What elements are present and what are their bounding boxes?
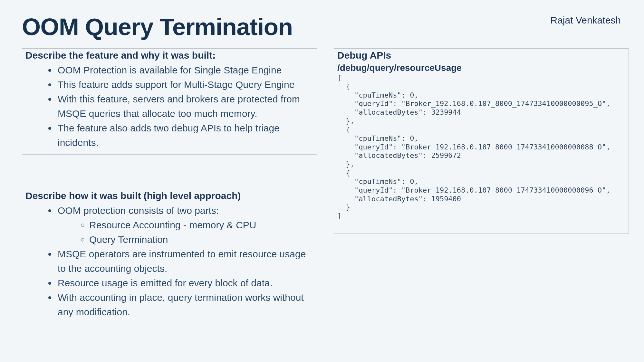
debug-panel: Debug APIs /debug/query/resourceUsage [ …: [334, 48, 629, 234]
author-name: Rajat Venkatesh: [551, 15, 621, 26]
list-item: Resource Accounting - memory & CPU: [89, 218, 313, 232]
list-item-text: OOM protection consists of two parts:: [58, 205, 219, 216]
list-item: OOM Protection is available for Single S…: [56, 63, 313, 77]
list-item: Query Termination: [89, 232, 313, 247]
approach-panel: Describe how it was built (high level ap…: [22, 189, 317, 324]
feature-panel: Describe the feature and why it was buil…: [22, 48, 317, 155]
feature-list: OOM Protection is available for Single S…: [25, 63, 313, 150]
list-item: The feature also adds two debug APIs to …: [56, 121, 313, 150]
list-item: OOM protection consists of two parts: Re…: [56, 203, 313, 247]
feature-heading: Describe the feature and why it was buil…: [25, 50, 313, 61]
content-columns: Describe the feature and why it was buil…: [22, 48, 622, 324]
list-item: With this feature, servers and brokers a…: [56, 92, 313, 121]
right-column: Debug APIs /debug/query/resourceUsage [ …: [334, 48, 629, 234]
debug-code-block: [ { "cpuTimeNs": 0, "queryId": "Broker_1…: [337, 74, 625, 221]
list-item: Resource usage is emitted for every bloc…: [56, 276, 313, 290]
list-item: MSQE operators are instrumented to emit …: [56, 247, 313, 276]
debug-api-path: /debug/query/resourceUsage: [337, 63, 625, 73]
approach-sublist: Resource Accounting - memory & CPU Query…: [58, 218, 313, 247]
debug-heading: Debug APIs: [337, 50, 625, 61]
slide-title: OOM Query Termination: [22, 13, 622, 41]
list-item: This feature adds support for Multi-Stag…: [56, 77, 313, 92]
left-column: Describe the feature and why it was buil…: [22, 48, 317, 324]
list-item: With accounting in place, query terminat…: [56, 290, 313, 319]
approach-heading: Describe how it was built (high level ap…: [25, 190, 313, 201]
approach-list: OOM protection consists of two parts: Re…: [25, 203, 313, 319]
